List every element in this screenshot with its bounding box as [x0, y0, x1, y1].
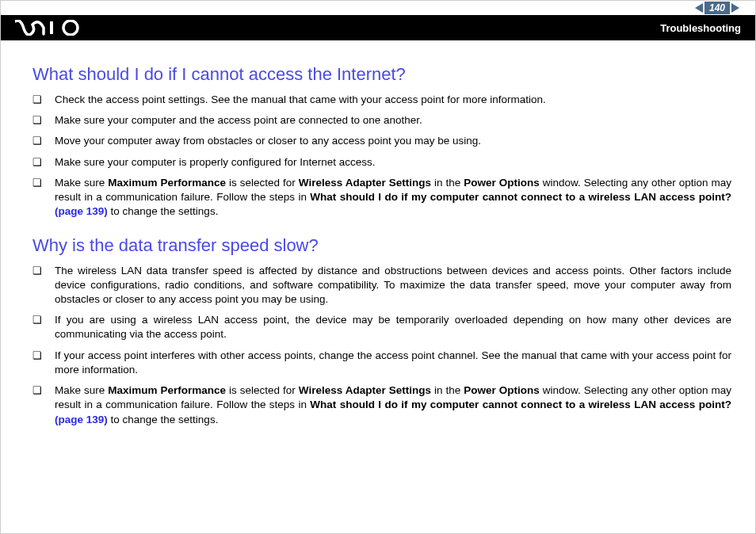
list-item: Check the access point settings. See the… [32, 93, 731, 107]
page-content: What should I do if I cannot access the … [1, 40, 755, 427]
page-link[interactable]: (page 139) [55, 205, 108, 217]
bold-text: Maximum Performance [108, 384, 226, 396]
text: is selected for [226, 384, 299, 396]
bold-text: Power Options [464, 177, 540, 189]
next-page-icon[interactable] [731, 3, 739, 13]
header-bar: Troubleshooting [1, 15, 755, 40]
list-item: Move your computer away from obstacles o… [32, 134, 731, 148]
bold-text: What should I do if my computer cannot c… [310, 191, 731, 203]
header-section-title: Troubleshooting [660, 22, 741, 34]
page-number-box: 140 [695, 2, 739, 14]
list-item: Make sure Maximum Performance is selecte… [32, 383, 731, 427]
text: in the [431, 177, 464, 189]
page-number-bar: 140 [1, 1, 755, 15]
bold-text: Wireless Adapter Settings [299, 384, 431, 396]
page-link[interactable]: (page 139) [55, 414, 108, 425]
bold-text: Maximum Performance [108, 177, 226, 189]
section1-list: Check the access point settings. See the… [32, 93, 731, 219]
section1-heading: What should I do if I cannot access the … [32, 64, 731, 85]
text: Make sure [55, 177, 108, 189]
text: to change the settings. [108, 414, 219, 425]
svg-rect-0 [50, 21, 53, 34]
prev-page-icon[interactable] [695, 3, 703, 13]
text: in the [431, 384, 464, 396]
text: Make sure [55, 384, 108, 396]
list-item: If your access point interferes with oth… [32, 349, 731, 377]
text: to change the settings. [108, 205, 219, 217]
list-item: The wireless LAN data transfer speed is … [32, 264, 731, 307]
section2-heading: Why is the data transfer speed slow? [32, 235, 731, 256]
bold-text: Power Options [464, 384, 540, 396]
list-item: If you are using a wireless LAN access p… [32, 313, 731, 341]
bold-text: Wireless Adapter Settings [299, 177, 431, 189]
vaio-logo-icon [15, 20, 86, 36]
text: is selected for [226, 177, 299, 189]
svg-point-1 [63, 21, 78, 35]
page-number: 140 [704, 2, 730, 14]
bold-text: What should I do if my computer cannot c… [310, 399, 731, 410]
section2-list: The wireless LAN data transfer speed is … [32, 264, 731, 427]
list-item: Make sure Maximum Performance is selecte… [32, 176, 731, 219]
list-item: Make sure your computer and the access p… [32, 113, 731, 128]
list-item: Make sure your computer is properly conf… [32, 155, 731, 170]
